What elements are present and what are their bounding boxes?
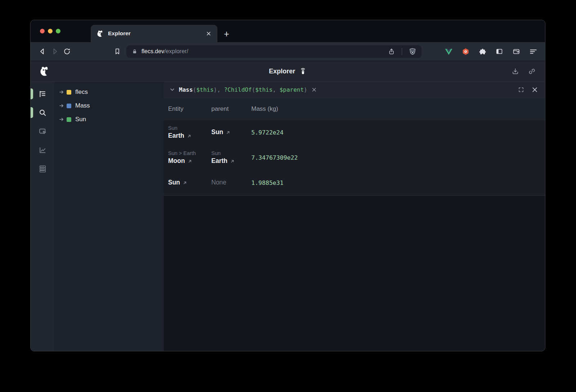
tree-item[interactable]: Sun [54,113,164,126]
bookmark-icon[interactable] [111,45,123,58]
entity-color-square [67,90,71,95]
header-actions [510,66,537,77]
new-tab-button[interactable]: + [224,29,229,38]
main-panel: Mass($this), ?ChildOf($this, $parent) [164,82,545,351]
entity-cell: Sun Earth [164,124,211,140]
sidebar-tree-icon[interactable] [31,85,54,103]
entity-color-square [67,117,71,122]
vue-extension-icon[interactable] [442,45,455,58]
entity-cell: Sun > Earth Moon [164,150,211,165]
wallet-icon[interactable] [510,45,522,58]
entity-cell: Sun [164,178,211,187]
sidebar-inspect-icon[interactable] [31,122,54,141]
entity-link[interactable]: Moon [168,157,211,165]
flecs-favicon-icon [96,30,104,37]
parent-cell: Sun [211,128,251,137]
traffic-lights [31,20,68,42]
app-title: Explorer [269,68,295,75]
tree-item[interactable]: flecs [54,85,164,99]
mass-cell: 1.9885e31 [251,179,545,186]
reload-icon[interactable] [61,45,73,58]
parent-link: None [211,178,251,187]
sidebar-stats-icon[interactable] [31,141,54,159]
expand-arrow-icon[interactable] [59,89,64,95]
sidebar-tables-icon[interactable] [31,159,54,178]
browser-tab-explorer[interactable]: Explorer [91,25,217,42]
menu-icon[interactable] [527,45,539,58]
chevron-down-icon[interactable] [167,85,177,95]
mass-cell: 5.9722e24 [251,129,545,136]
remote-connected-icon [299,67,307,75]
query-expression[interactable]: Mass($this), ?ChildOf($this, $parent) [179,86,307,93]
open-entity-icon[interactable] [183,181,187,185]
parent-link[interactable]: Sun [211,128,251,137]
table-row: Sun Earth Sun 5.9722e24 [164,120,545,145]
tree-item-label: Sun [75,116,86,123]
url-text: flecs.dev/explorer/ [141,48,385,55]
forward-icon[interactable] [49,45,61,58]
entity-path: Sun [168,124,211,132]
window-close-button[interactable] [40,29,45,33]
results-table-body: Sun Earth Sun 5.9722e24 [164,120,545,196]
table-row: Sun > Earth Moon Sun Earth [164,145,545,170]
sidebar-search-icon[interactable] [31,103,54,122]
url-domain: flecs.dev [141,48,164,54]
address-separator [402,48,402,55]
parent-cell: None [211,178,251,187]
sidebar-toggle-icon[interactable] [493,45,505,58]
window-zoom-button[interactable] [56,29,60,33]
entity-color-square [67,104,71,108]
download-icon[interactable] [510,66,521,77]
browser-toolbar: flecs.dev/explorer/ [31,42,545,61]
browser-window: Explorer + [30,20,545,351]
entity-tree-panel: flecs Mass Sun [54,82,164,351]
link-icon[interactable] [526,66,537,77]
tree-item[interactable]: Mass [54,99,164,113]
parent-path: Sun [211,150,251,157]
app-content: flecs Mass Sun Mass($t [31,82,545,351]
open-entity-icon[interactable] [226,130,230,135]
app-title-group: Explorer [269,61,307,81]
entity-path: Sun > Earth [168,150,211,157]
tab-strip: Explorer + [31,20,545,42]
open-entity-icon[interactable] [188,159,192,164]
fullscreen-icon[interactable] [516,85,526,95]
tree-item-label: Mass [75,102,90,109]
desktop-background: Explorer + [0,0,576,392]
app-header: Explorer [31,61,545,82]
results-table-header: Entity parent Mass (kg) [164,98,545,120]
tab-close-icon[interactable] [204,29,212,37]
parent-cell: Sun Earth [211,150,251,165]
lock-icon [131,48,138,55]
window-minimize-button[interactable] [48,29,53,33]
back-icon[interactable] [36,45,49,58]
extensions-area [442,45,539,58]
tab-title: Explorer [108,30,201,37]
column-header-parent: parent [211,105,251,113]
table-row: Sun None 1.9885e31 [164,170,545,195]
hexagon-extension-icon[interactable] [459,45,472,58]
column-header-entity: Entity [164,105,211,113]
brave-shield-icon[interactable] [406,45,419,58]
url-path: /explorer/ [164,48,188,54]
expand-arrow-icon[interactable] [59,117,64,122]
expand-arrow-icon[interactable] [59,103,64,109]
column-header-mass: Mass (kg) [251,105,545,113]
share-icon[interactable] [385,45,397,58]
open-entity-icon[interactable] [187,134,192,138]
mass-cell: 7.34767309e22 [251,154,545,161]
query-clear-icon[interactable] [309,85,319,95]
entity-link[interactable]: Sun [168,178,211,187]
address-bar[interactable]: flecs.dev/explorer/ [126,45,422,58]
open-entity-icon[interactable] [230,159,235,164]
panel-close-icon[interactable] [530,85,539,95]
parent-link[interactable]: Earth [211,157,251,165]
icon-sidebar [31,82,54,351]
query-bar: Mass($this), ?ChildOf($this, $parent) [164,82,545,98]
entity-link[interactable]: Earth [168,132,211,140]
extensions-puzzle-icon[interactable] [476,45,489,58]
tree-item-label: flecs [75,88,88,96]
flecs-logo-icon [39,66,50,77]
